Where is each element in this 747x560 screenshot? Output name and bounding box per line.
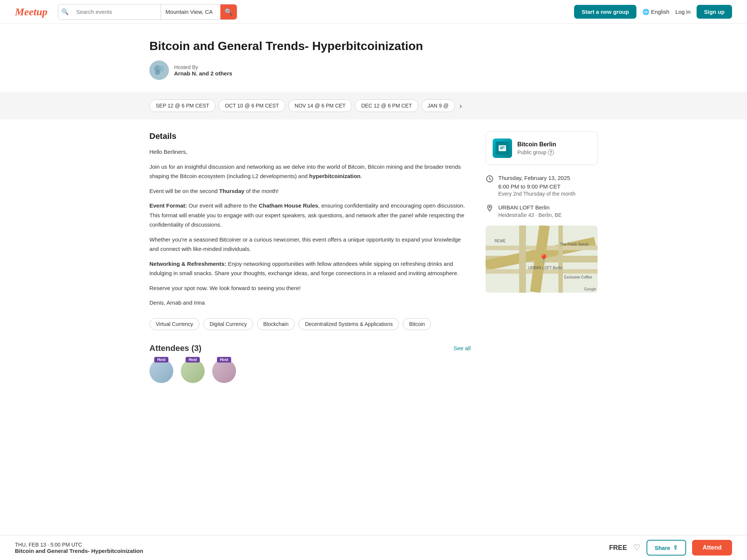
- intro-paragraph: Join us for an insightful discussion and…: [149, 162, 471, 181]
- map-pin: 📍: [538, 254, 549, 264]
- map[interactable]: REWE URBAN LOFT Berlin The Fresh Seeds E…: [486, 225, 598, 293]
- venue-row: URBAN LOFT Berlin Heidestraße 43 · Berli…: [486, 203, 598, 218]
- host-badge-1: Host: [154, 357, 168, 363]
- group-name: Bitcoin Berlin: [517, 141, 556, 148]
- tag-virtual-currency[interactable]: Virtual Currency: [149, 318, 199, 330]
- search-input[interactable]: [72, 4, 161, 19]
- details-title: Details: [149, 131, 471, 141]
- newcomers-paragraph: Whether you're a seasoned Bitcoiner or a…: [149, 235, 471, 254]
- group-type: Public group ?: [517, 149, 556, 155]
- tags-section: Virtual Currency Digital Currency Blockc…: [149, 318, 471, 330]
- map-label-exclusive: Exclusive Coffee: [564, 275, 592, 279]
- svg-point-9: [489, 206, 491, 208]
- see-all-link[interactable]: See all: [453, 345, 471, 351]
- login-button[interactable]: Log in: [675, 9, 691, 15]
- tag-bitcoin[interactable]: Bitcoin: [403, 318, 431, 330]
- logo: Meetup: [15, 6, 47, 18]
- header: Meetup 🔍 Mountain View, CA 🔍 Start a new…: [0, 0, 747, 24]
- language-label: English: [651, 9, 669, 15]
- attendee-2: Host: [181, 359, 205, 383]
- date-tab-next-arrow[interactable]: ›: [458, 100, 464, 112]
- location-icon: [486, 204, 494, 212]
- reserve-paragraph: Reserve your spot now. We look forward t…: [149, 283, 471, 293]
- clock-icon: [486, 175, 494, 183]
- signatures-paragraph: Denis, Arnab and Irina: [149, 298, 471, 308]
- group-card: Bitcoin Berlin Public group ?: [486, 131, 598, 165]
- date-tab-jan[interactable]: JAN 9 @: [421, 99, 455, 112]
- date-tab-nov[interactable]: NOV 14 @ 6 PM CET: [288, 99, 352, 112]
- format-paragraph: Event Format: Our event will adhere to t…: [149, 201, 471, 230]
- new-group-button[interactable]: Start a new group: [574, 5, 636, 19]
- content-layout: Details Hello Berliners, Join us for an …: [134, 119, 613, 395]
- tag-blockchain[interactable]: Blockchain: [257, 318, 295, 330]
- attendee-avatar-3: Host: [212, 359, 236, 383]
- map-label-urban: URBAN LOFT Berlin: [528, 266, 562, 270]
- info-icon: ?: [548, 149, 554, 155]
- tag-digital-currency[interactable]: Digital Currency: [203, 318, 253, 330]
- map-label-rewe: REWE: [495, 239, 506, 243]
- signup-button[interactable]: Sign up: [697, 5, 732, 19]
- search-bar: 🔍 Mountain View, CA 🔍: [58, 4, 237, 20]
- date-tabs: SEP 12 @ 6 PM CEST OCT 10 @ 6 PM CEST NO…: [149, 99, 598, 112]
- host-badge-3: Host: [217, 357, 231, 363]
- host-name: Arnab N. and 2 others: [174, 70, 232, 77]
- event-info: Thursday, February 13, 2025 6:00 PM to 9…: [486, 174, 598, 218]
- greeting-paragraph: Hello Berliners,: [149, 147, 471, 157]
- group-logo: [493, 139, 512, 158]
- map-attribution: Google: [584, 287, 596, 291]
- svg-rect-6: [500, 147, 505, 147]
- venue-name: URBAN LOFT Berlin: [498, 203, 562, 212]
- attendee-1: Host: [149, 359, 173, 383]
- host-badge-2: Host: [186, 357, 200, 363]
- title-section: Bitcoin and General Trends- Hyperbitcoin…: [134, 24, 613, 80]
- attendee-avatar-1: Host: [149, 359, 173, 383]
- left-column: Details Hello Berliners, Join us for an …: [149, 131, 471, 383]
- svg-point-3: [155, 70, 160, 75]
- event-title: Bitcoin and General Trends- Hyperbitcoin…: [149, 39, 598, 53]
- language-button[interactable]: 🌐 English: [642, 9, 669, 15]
- date-tab-dec[interactable]: DEC 12 @ 6 PM CET: [355, 99, 418, 112]
- date-tab-oct[interactable]: OCT 10 @ 6 PM CEST: [218, 99, 285, 112]
- venue-address: Heidestraße 43 · Berlin, BE: [498, 212, 562, 218]
- map-label-fresh-seeds: The Fresh Seeds: [560, 242, 589, 246]
- date-tab-sep[interactable]: SEP 12 @ 6 PM CEST: [149, 99, 216, 112]
- search-icon: 🔍: [58, 8, 72, 15]
- hosted-by-label: Hosted By: [174, 64, 232, 70]
- svg-rect-7: [500, 148, 503, 149]
- attendees-title: Attendees (3): [149, 343, 201, 353]
- event-recurrence: Every 2nd Thursday of the month: [498, 191, 576, 197]
- search-button[interactable]: 🔍: [220, 4, 237, 20]
- date-tabs-section: SEP 12 @ 6 PM CEST OCT 10 @ 6 PM CEST NO…: [0, 92, 747, 119]
- attendee-avatar-2: Host: [181, 359, 205, 383]
- attendees-row: Host Host Host: [149, 359, 471, 383]
- attendees-section: Attendees (3) See all Host Host Host: [149, 343, 471, 383]
- globe-icon: 🌐: [642, 9, 650, 15]
- host-avatar: [149, 60, 169, 80]
- right-column: Bitcoin Berlin Public group ? Thursday, …: [486, 131, 598, 383]
- tag-decentralized[interactable]: Decentralized Systems & Applications: [298, 318, 399, 330]
- hosted-by: Hosted By Arnab N. and 2 others: [149, 60, 598, 80]
- date-time-row: Thursday, February 13, 2025 6:00 PM to 9…: [486, 174, 598, 197]
- networking-paragraph: Networking & Refreshments: Enjoy network…: [149, 259, 471, 278]
- event-time: 6:00 PM to 9:00 PM CET: [498, 183, 576, 191]
- event-date: Thursday, February 13, 2025: [498, 174, 576, 183]
- location-input[interactable]: Mountain View, CA: [161, 4, 220, 19]
- thursday-paragraph: Event will be on the second Thursday of …: [149, 186, 471, 196]
- attendee-3: Host: [212, 359, 236, 383]
